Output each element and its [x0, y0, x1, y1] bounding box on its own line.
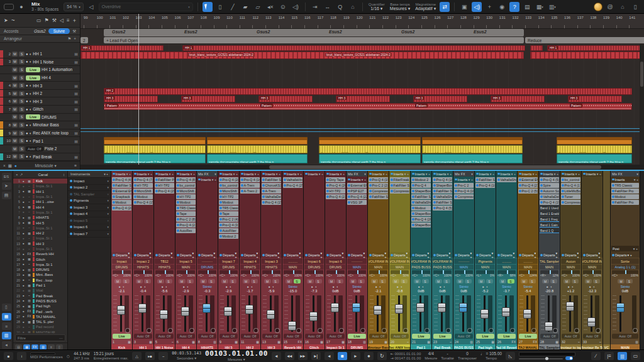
insert-plugin[interactable]: ShaperBox 3 — [411, 189, 431, 194]
strip-fader[interactable] — [391, 294, 409, 333]
arranger-section-lead[interactable]: + Lead Full Open — [104, 37, 524, 43]
strip-instrument-button[interactable]: Pigments — [475, 258, 495, 264]
power-dot-icon[interactable] — [155, 254, 158, 256]
channel-editor-button[interactable] — [211, 328, 216, 333]
chevron-down-icon[interactable]: ▾ — [107, 199, 109, 202]
strip-automation-button[interactable]: Live — [519, 334, 537, 339]
strip-sends-header[interactable]: Départs▾ + — [133, 252, 153, 258]
add-send-icon[interactable]: ▾ + — [492, 251, 494, 259]
channel-editor-button[interactable] — [232, 328, 237, 333]
strip-solo-button[interactable]: S — [443, 279, 450, 283]
channel-list-item[interactable]: 15●FXReverb HH — [13, 251, 67, 256]
insert-plugin[interactable]: MicroShift 3 — [219, 189, 238, 194]
strip-instrument-button[interactable]: Aucun — [561, 258, 580, 264]
add-insert-icon[interactable]: ▾ + — [511, 172, 516, 176]
channel-editor-button[interactable] — [633, 328, 638, 333]
strip-output-select[interactable]: DRUMS — [304, 265, 324, 270]
mixer-strip[interactable]: Inserts▾ +Pro-Q 4 (5)SpireAutumn SounVal… — [539, 171, 560, 351]
insert-plugin[interactable]: Pro-Q 4 (10) — [475, 183, 495, 188]
insert-plugin[interactable]: Modout 2 — [219, 234, 238, 239]
track-mute-button[interactable]: M — [12, 131, 18, 136]
insert-plugin[interactable]: ValhallaShim — [433, 194, 452, 199]
strip-fader[interactable] — [455, 294, 473, 333]
insert-plugin[interactable]: FabFilter Pro — [611, 200, 639, 205]
plugin-power-icon[interactable] — [412, 207, 414, 209]
user-avatar[interactable] — [594, 3, 602, 11]
strip-output-select[interactable]: DRUMS — [112, 265, 131, 270]
add-track-icon[interactable]: + — [73, 18, 76, 24]
power-dot-icon[interactable] — [113, 254, 115, 256]
strip-output-select[interactable]: HIHATS — [155, 265, 174, 270]
instrument-item[interactable]: Impact 6▾ — [68, 224, 111, 231]
plugin-power-icon[interactable] — [540, 184, 543, 187]
strip-solo-button[interactable]: S — [486, 279, 493, 283]
power-dot-icon[interactable] — [262, 254, 265, 256]
add-insert-icon[interactable]: ▾ + — [255, 172, 259, 176]
strip-inserts-header[interactable]: Inserts▾ + — [282, 171, 303, 177]
insert-plugin[interactable]: ValhallaShim — [411, 200, 431, 205]
clip-anix-loop[interactable]: (bounce) from ANIX sound loop(2) — [422, 145, 523, 153]
channel-list-item[interactable]: 10●~Impa..St 1 — [13, 226, 67, 231]
strip-automation-button[interactable]: Auto: Off — [284, 334, 302, 339]
insert-plugin[interactable]: ValhallaDelay — [262, 194, 281, 199]
strip-solo-button[interactable]: S — [230, 279, 236, 283]
power-dot-icon[interactable] — [562, 173, 564, 175]
zoom-select[interactable]: 54 %▾ — [64, 3, 83, 11]
insert-plugin[interactable]: HY-TP2 — [219, 194, 238, 199]
track-row[interactable]: MSLiveDRUMS — [0, 114, 80, 122]
strip-solo-button[interactable]: S — [272, 279, 279, 283]
insert-plugin[interactable]: ShaperBox 3 — [411, 222, 431, 228]
mixer-strip[interactable]: Inserts▾ +Pro-Q 4 (14)A-TremA-Trem 2Dépa… — [240, 171, 261, 351]
strip-solo-button[interactable]: S — [465, 279, 472, 283]
strip-mute-button[interactable]: M — [350, 279, 357, 283]
arrow-tool-icon[interactable] — [203, 2, 213, 12]
track-monitor-icon[interactable]: ◐ — [30, 99, 32, 103]
strip-inserts-header[interactable]: Inserts▾ + — [325, 171, 346, 177]
strip-mute-button[interactable]: M — [200, 279, 207, 283]
chevron-down-icon[interactable]: ▾ — [107, 212, 109, 216]
power-dot-icon[interactable] — [155, 173, 158, 175]
strip-output-select[interactable]: HIHATS — [240, 265, 260, 270]
plugin-power-icon[interactable] — [476, 184, 479, 187]
insert-plugin[interactable]: External Effect — [112, 189, 131, 194]
power-dot-icon[interactable] — [70, 206, 72, 209]
strip-automation-button[interactable]: Auto: Off — [540, 334, 558, 339]
strip-mute-button[interactable]: M — [136, 279, 143, 283]
strip-record-icon[interactable]: ● — [589, 285, 591, 288]
plugin-power-icon[interactable] — [113, 201, 115, 204]
plugin-power-icon[interactable] — [519, 178, 521, 181]
clip-sample-planet-earth[interactable]: sample documentaire planet earth 2 the b… — [104, 154, 206, 163]
channel-editor-button[interactable] — [574, 328, 579, 333]
power-dot-icon[interactable] — [177, 173, 179, 175]
insert-plugin[interactable]: External Effect — [518, 177, 538, 182]
grid-view-icon[interactable]: ▦ ▾ — [535, 2, 545, 12]
plugin-power-icon[interactable] — [326, 190, 329, 192]
insert-plugin[interactable]: Pro-Q 4 (25) — [283, 183, 303, 188]
channel-editor-button[interactable] — [403, 328, 408, 333]
strip-record-icon[interactable]: ● — [482, 285, 484, 288]
strip-record-icon[interactable]: ● — [140, 285, 142, 288]
plugin-power-icon[interactable] — [412, 218, 414, 221]
clip-hh1[interactable]: HH 1 — [182, 45, 525, 51]
insert-plugin[interactable]: HY-TP2 — [133, 183, 153, 188]
strip-instrument-button[interactable]: Impact 4 — [240, 258, 260, 264]
plugin-power-icon[interactable] — [562, 201, 564, 204]
power-dot-icon[interactable] — [113, 173, 115, 175]
clip-hh3[interactable]: HH 3 — [336, 96, 390, 102]
add-insert-icon[interactable]: ▾ + — [212, 178, 216, 182]
strip-sends-header[interactable]: Départs▾ + — [154, 252, 175, 258]
strip-automation-button[interactable]: Live — [412, 334, 430, 339]
plugin-power-icon[interactable] — [219, 218, 222, 221]
plugin-power-icon[interactable] — [540, 178, 543, 181]
strip-mute-button[interactable]: M — [542, 279, 549, 283]
plugin-power-icon[interactable] — [519, 184, 521, 187]
plugin-power-icon[interactable] — [219, 190, 222, 192]
arranger-add-icon[interactable]: + — [74, 36, 76, 41]
strip-monitor-icon[interactable]: ◐ — [230, 285, 232, 288]
strip-solo-button[interactable]: S — [401, 279, 408, 283]
strip-solo-button[interactable]: S — [315, 279, 322, 283]
track-row[interactable]: MSLiveHH 4 — [0, 74, 80, 82]
strip-monitor-icon[interactable]: ◐ — [423, 285, 425, 288]
add-send-icon[interactable]: ▾ + — [406, 251, 409, 259]
plugin-power-icon[interactable] — [612, 184, 614, 187]
